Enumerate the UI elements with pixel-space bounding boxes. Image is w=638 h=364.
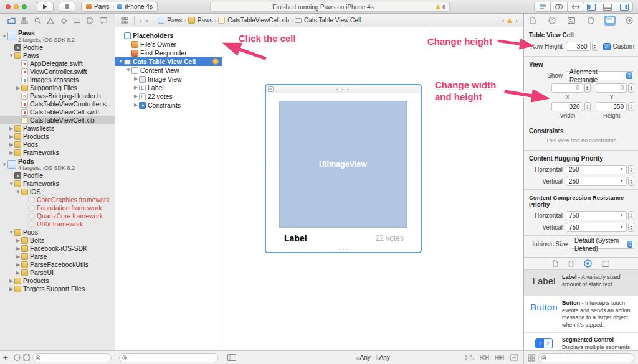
cell-votes-label[interactable]: 22 votes [376,234,404,243]
compression-vertical-combo[interactable]: 750▼ [566,223,627,232]
find-navigator-tab[interactable] [32,16,42,26]
stack-embed-button[interactable] [510,354,518,361]
identity-inspector-tab[interactable] [566,16,577,26]
run-button[interactable] [37,2,54,12]
previous-issue-button[interactable]: ‹ [502,17,505,24]
file-inspector-tab[interactable] [527,16,538,26]
height-stepper[interactable]: ▲▼ [628,102,634,111]
drag-handle-icon[interactable]: • • • [266,86,421,92]
size-inspector-tab[interactable] [604,16,616,26]
y-field[interactable]: 0 [596,83,627,93]
navigator-row[interactable]: ▼Pods4 targets, iOS SDK 8.2 [0,157,115,172]
stepper[interactable]: ▲▼ [628,211,634,220]
back-button[interactable]: ‹ [140,17,142,24]
disclosure-triangle[interactable]: ▶ [8,285,14,293]
navigator-row[interactable]: ▶Frameworks [0,149,115,157]
outline-row[interactable]: ▶LLabel [115,83,222,92]
disclosure-triangle[interactable]: ▶ [15,245,21,253]
navigator-row[interactable]: ▼Frameworks [0,180,115,188]
navigator-row[interactable]: ▶Products [0,133,115,141]
navigator-row[interactable]: CatsTableViewCell.xib [0,116,115,124]
resize-handle[interactable]: • • • [339,247,349,251]
row-height-field[interactable]: 350 [566,42,591,51]
stepper[interactable]: ▲▼ [628,165,634,174]
disclosure-triangle[interactable]: ▶ [133,101,139,110]
forward-button[interactable]: › [146,17,148,24]
disclosure-triangle[interactable]: ▶ [15,253,21,261]
disclosure-triangle[interactable]: ▶ [15,84,21,92]
navigator-row[interactable]: ▶Products [0,277,115,285]
hugging-vertical-combo[interactable]: 250▼ [566,177,627,186]
related-items-icon[interactable] [121,17,128,24]
navigator-row[interactable]: ▼Paws [0,52,115,60]
navigator-row[interactable]: ▶PawsTests [0,124,115,133]
disclosure-triangle[interactable]: ▶ [8,141,14,149]
disclosure-triangle[interactable]: ▼ [8,228,14,236]
disclosure-triangle[interactable]: ▶ [133,83,139,92]
width-stepper[interactable]: ▲▼ [584,102,591,111]
project-navigator-tab[interactable] [6,16,16,26]
intrinsic-size-dropdown[interactable]: Default (System Defined) ▲▼ [571,240,634,249]
outline-row[interactable]: ▼Content View [115,66,222,75]
navigator-row[interactable]: Foundation.framework [0,204,115,212]
disclosure-triangle[interactable]: ▼ [8,52,14,60]
scm-status-icon[interactable] [23,354,30,361]
library-item[interactable]: 12Segmented Control - Displays multiple … [524,333,638,350]
connection-badge-icon[interactable] [212,58,219,65]
height-field[interactable]: 350 [596,102,627,111]
navigator-row[interactable]: ▶Targets Support Files [0,285,115,293]
add-file-button[interactable]: + [3,353,8,362]
stepper[interactable]: ▲▼ [628,223,634,232]
close-window-button[interactable] [6,4,11,9]
symbol-navigator-tab[interactable] [19,16,29,26]
outline-row[interactable]: First Responder [115,49,222,57]
disclosure-triangle[interactable]: ▼ [15,188,21,196]
disclosure-triangle[interactable]: ▶ [8,149,14,157]
breadcrumb-segment[interactable]: Cats Table View Cell [295,17,361,24]
navigator-row[interactable]: ✕Podfile [0,172,115,180]
library-grid-view-icon[interactable] [528,354,535,362]
navigator-row[interactable]: QuartzCore.framework [0,212,115,220]
zoom-window-button[interactable] [22,4,27,9]
toggle-navigator-button[interactable] [583,2,599,12]
test-navigator-tab[interactable] [59,16,69,26]
resize-handle[interactable]: ⋮ [267,162,272,167]
library-item[interactable]: ButtonButton - Intercepts touch events a… [524,296,638,333]
disclosure-triangle[interactable]: ▶ [8,133,14,141]
outline-row[interactable]: ▼Cats Table View Cell [115,57,222,66]
minimize-window-button[interactable] [14,4,19,9]
outline-row[interactable]: File's Owner [115,40,222,49]
issue-navigator-tab[interactable] [45,16,55,26]
report-navigator-tab[interactable] [98,16,108,26]
navigator-row[interactable]: ▶ParseUI [0,269,115,277]
width-field[interactable]: 320 [551,102,583,111]
compression-horizontal-combo[interactable]: 750▼ [566,211,627,220]
disclosure-triangle[interactable]: ▶ [8,277,14,285]
library-filter-field[interactable] [538,353,634,362]
navigator-row[interactable]: ▶Pods [0,141,115,149]
navigator-row[interactable]: Images.xcassets [0,76,115,84]
disclosure-triangle[interactable]: ▶ [15,269,21,277]
table-view-cell-canvas[interactable]: ✕ • • • UIImageView Label 22 votes ⋮ ⋮ •… [265,84,422,253]
pin-button[interactable] [480,354,489,361]
cell-title-label[interactable]: Label [284,233,307,243]
disclosure-triangle[interactable]: ▶ [15,261,21,269]
standard-editor-button[interactable] [534,2,551,12]
breakpoint-navigator-tab[interactable] [85,16,95,26]
navigator-row[interactable]: CoreGraphics.framework [0,196,115,204]
y-stepper[interactable]: ▲▼ [628,83,634,93]
quick-help-inspector-tab[interactable]: ? [546,16,558,26]
assistant-editor-button[interactable] [551,2,568,12]
outline-filter-field[interactable] [119,353,218,362]
resolve-autolayout-button[interactable] [495,354,504,361]
navigator-row[interactable]: ▼Paws2 targets, iOS SDK 8.2 [0,29,115,44]
recent-files-icon[interactable] [14,354,21,361]
navigator-row[interactable]: ViewController.swift [0,68,115,76]
canvas[interactable]: ✕ • • • UIImageView Label 22 votes ⋮ ⋮ •… [222,27,523,350]
x-field[interactable]: 0 [551,83,583,93]
next-issue-button[interactable]: › [515,17,518,24]
debug-navigator-tab[interactable] [72,16,82,26]
disclosure-triangle[interactable]: ▼ [1,32,7,40]
media-library-tab[interactable] [602,261,609,267]
navigator-row[interactable]: ▶Bolts [0,236,115,245]
